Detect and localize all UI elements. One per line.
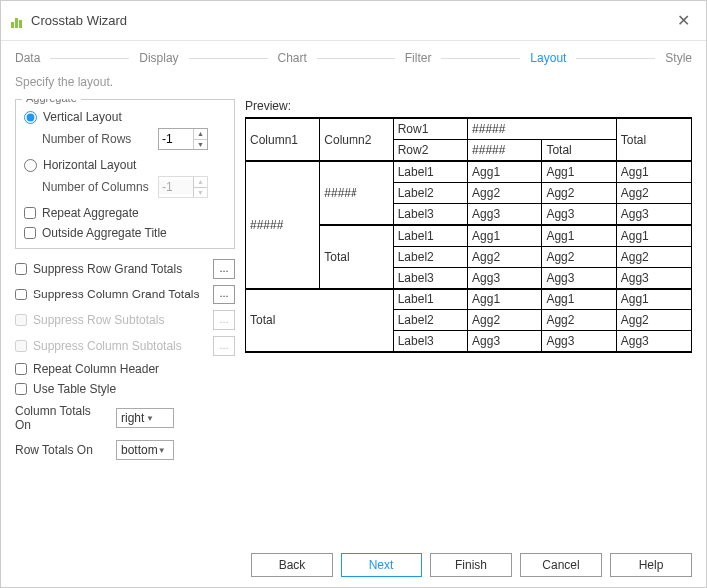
preview-label: Preview: <box>245 99 692 113</box>
repeat-col-header-label: Repeat Column Header <box>33 362 235 376</box>
suppress-row-gt-label: Suppress Row Grand Totals <box>33 262 207 276</box>
cell-agg2: Agg2 <box>542 310 616 331</box>
app-icon <box>11 14 25 28</box>
cell-agg2: Agg2 <box>616 183 691 204</box>
titlebar: Crosstab Wizard ✕ <box>1 1 706 41</box>
suppress-row-st-checkbox <box>15 314 27 326</box>
next-button[interactable]: Next <box>341 553 422 577</box>
vertical-layout-radio[interactable] <box>24 111 37 124</box>
use-table-style-checkbox[interactable] <box>15 383 27 395</box>
cell-agg1: Agg1 <box>542 225 616 247</box>
cell-agg1: Agg1 <box>616 225 691 247</box>
suppress-col-st-label: Suppress Column Subtotals <box>33 339 207 353</box>
cell-hash: ##### <box>246 161 320 289</box>
wizard-stepper: Data Display Chart Filter Layout Style <box>1 41 706 71</box>
cell-label1: Label1 <box>393 225 467 247</box>
chevron-down-icon: ▼ <box>146 414 171 423</box>
step-data[interactable]: Data <box>15 51 40 65</box>
outside-agg-title-checkbox[interactable] <box>24 227 36 239</box>
cancel-button[interactable]: Cancel <box>520 553 602 577</box>
step-chart[interactable]: Chart <box>278 51 307 65</box>
step-layout[interactable]: Layout <box>530 51 566 65</box>
horizontal-layout-radio[interactable] <box>24 159 37 172</box>
cell-column1: Column1 <box>246 118 320 161</box>
suppress-col-st-checkbox <box>15 340 27 352</box>
suppress-row-gt-more-button[interactable]: ... <box>213 259 235 279</box>
cell-total: Total <box>542 140 616 162</box>
row-totals-on-select[interactable]: bottom ▼ <box>116 440 174 460</box>
cell-label3: Label3 <box>393 268 467 290</box>
suppress-col-st-more-button: ... <box>213 336 235 356</box>
cell-agg3: Agg3 <box>468 204 542 226</box>
suppress-col-gt-checkbox[interactable] <box>15 289 27 300</box>
row-totals-on-label: Row Totals On <box>15 443 110 457</box>
cell-agg2: Agg2 <box>542 183 616 204</box>
cell-label1: Label1 <box>393 289 467 310</box>
cell-agg1: Agg1 <box>616 161 691 183</box>
footer-buttons: Back Next Finish Cancel Help <box>1 543 706 587</box>
num-rows-label: Number of Rows <box>42 132 152 146</box>
use-table-style-label: Use Table Style <box>33 382 235 396</box>
cell-agg3: Agg3 <box>542 331 616 353</box>
cell-agg3: Agg3 <box>468 331 542 353</box>
cell-agg3: Agg3 <box>542 204 616 226</box>
cell-agg2: Agg2 <box>542 247 616 268</box>
aggregate-fieldset: Aggregate Vertical Layout Number of Rows… <box>15 99 235 249</box>
suppress-col-gt-more-button[interactable]: ... <box>213 285 235 304</box>
cell-agg3: Agg3 <box>616 268 691 290</box>
step-display[interactable]: Display <box>139 51 178 65</box>
aggregate-legend: Aggregate <box>22 99 81 104</box>
cell-agg1: Agg1 <box>542 289 616 310</box>
page-subtitle: Specify the layout. <box>1 71 706 99</box>
chevron-up-icon: ▲ <box>194 177 207 188</box>
cell-agg3: Agg3 <box>542 268 616 290</box>
help-button[interactable]: Help <box>610 553 692 577</box>
cell-label3: Label3 <box>393 331 467 353</box>
repeat-aggregate-label: Repeat Aggregate <box>42 206 139 220</box>
cell-agg2: Agg2 <box>616 310 691 331</box>
cell-label2: Label2 <box>393 310 467 331</box>
cell-total: Total <box>616 118 691 161</box>
chevron-down-icon: ▼ <box>194 188 207 198</box>
cell-agg2: Agg2 <box>616 247 691 268</box>
crosstab-wizard-window: Crosstab Wizard ✕ Data Display Chart Fil… <box>0 0 707 588</box>
cell-label3: Label3 <box>393 204 467 226</box>
cell-column2: Column2 <box>320 118 393 161</box>
back-button[interactable]: Back <box>251 553 333 577</box>
num-rows-stepper[interactable]: ▲▼ <box>158 128 208 150</box>
cell-row2: Row2 <box>393 140 467 162</box>
cell-agg1: Agg1 <box>468 161 542 183</box>
close-icon[interactable]: ✕ <box>671 9 696 32</box>
outside-agg-title-label: Outside Aggregate Title <box>42 226 167 240</box>
cell-agg1: Agg1 <box>468 289 542 310</box>
cell-total: Total <box>246 289 394 352</box>
suppress-col-gt-label: Suppress Column Grand Totals <box>33 288 207 301</box>
window-title: Crosstab Wizard <box>31 13 127 28</box>
cell-label2: Label2 <box>393 183 467 204</box>
cell-agg2: Agg2 <box>468 183 542 204</box>
cell-label2: Label2 <box>393 247 467 268</box>
suppress-row-gt-checkbox[interactable] <box>15 263 27 275</box>
step-filter[interactable]: Filter <box>405 51 432 65</box>
num-rows-input[interactable] <box>159 132 193 146</box>
cell-agg1: Agg1 <box>468 225 542 247</box>
cell-agg3: Agg3 <box>468 268 542 290</box>
cell-hash: ##### <box>320 161 393 225</box>
num-cols-input <box>159 180 193 194</box>
col-totals-on-select[interactable]: right ▼ <box>116 408 174 428</box>
suppress-row-st-label: Suppress Row Subtotals <box>33 313 207 327</box>
cell-total: Total <box>320 225 393 289</box>
cell-label1: Label1 <box>393 161 467 183</box>
chevron-down-icon[interactable]: ▼ <box>194 140 207 150</box>
chevron-down-icon: ▼ <box>158 446 171 455</box>
chevron-up-icon[interactable]: ▲ <box>194 129 207 140</box>
row-totals-on-value: bottom <box>121 443 158 457</box>
cell-row1: Row1 <box>393 118 467 140</box>
col-totals-on-label: Column Totals On <box>15 404 110 432</box>
repeat-col-header-checkbox[interactable] <box>15 363 27 375</box>
cell-agg2: Agg2 <box>468 310 542 331</box>
finish-button[interactable]: Finish <box>430 553 512 577</box>
repeat-aggregate-checkbox[interactable] <box>24 207 36 219</box>
step-style[interactable]: Style <box>665 51 692 65</box>
num-cols-label: Number of Columns <box>42 180 152 194</box>
